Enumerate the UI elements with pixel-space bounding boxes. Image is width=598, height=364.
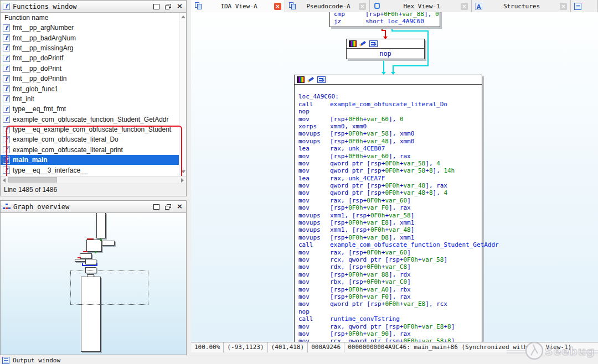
tab-partial[interactable] bbox=[571, 0, 598, 12]
tab-close-icon[interactable]: × bbox=[274, 3, 281, 10]
nop-instruction[interactable]: nop bbox=[347, 49, 424, 59]
function-list-item[interactable]: fexample_com_obfuscate_literal_Do bbox=[1, 134, 179, 144]
asm-instruction[interactable]: cmp[rsp+0F0h+var_88], 0 bbox=[334, 12, 436, 18]
asm-instruction[interactable]: learax, unk_4CEB07 bbox=[298, 145, 478, 152]
asm-instruction[interactable]: loc_4A9C60: bbox=[298, 93, 478, 100]
node-color-icon[interactable] bbox=[297, 76, 305, 83]
graph-node-cmp-jz[interactable]: cmp[rsp+0F0h+var_88], 0jzshort loc_4A9C6… bbox=[329, 12, 440, 27]
minimap-edge-red bbox=[83, 251, 87, 252]
asm-instruction[interactable]: mov[rsp+0F0h+var_90], rax bbox=[298, 330, 478, 337]
asm-instruction[interactable]: movrcx, qword ptr [rsp+0F0h+var_58] bbox=[298, 256, 478, 263]
asm-instruction[interactable]: mov[rsp+0F0h+var_A0], rbx bbox=[298, 286, 478, 293]
scroll-left-icon[interactable] bbox=[3, 178, 6, 183]
asm-instruction[interactable]: movrax, [rsp+0F0h+var_60] bbox=[298, 249, 478, 256]
function-list-item[interactable]: ffmt_glob_func1 bbox=[1, 84, 179, 93]
asm-instruction[interactable]: movrdx, [rsp+0F0h+var_C8] bbox=[298, 263, 478, 271]
asm-instruction[interactable]: movups[rsp+0F0h+var_E8], xmm1 bbox=[298, 219, 478, 226]
asm-instruction[interactable]: movqword ptr [rsp+0F0h+var_58], 4 bbox=[298, 160, 478, 167]
asm-instruction[interactable]: mov[rsp+0F0h+var_60], 0 bbox=[298, 116, 478, 123]
function-list-item[interactable]: ffmt__pp_badArgNum bbox=[1, 33, 179, 43]
scroll-right-icon[interactable] bbox=[181, 178, 184, 183]
function-list-item[interactable]: fmain_main bbox=[1, 155, 179, 165]
asm-instruction[interactable]: mov[rsp+0F0h+var_88], rdx bbox=[298, 271, 478, 278]
tab-ida-view-a[interactable]: IDA View-A× bbox=[191, 0, 285, 12]
asm-instruction[interactable]: mov[rsp+0F0h+var_60], rax bbox=[298, 153, 478, 160]
close-button[interactable]: × bbox=[177, 204, 183, 210]
minimap-viewport[interactable] bbox=[70, 271, 148, 305]
close-button[interactable]: × bbox=[177, 3, 183, 9]
asm-instruction[interactable]: movqword ptr [rsp+0F0h+var_58+8], 14h bbox=[298, 167, 478, 174]
function-name: example_com_obfuscate_function_Student_G… bbox=[13, 116, 169, 123]
graph-view-canvas[interactable]: cmp[rsp+0F0h+var_88], 0jzshort loc_4A9C6… bbox=[191, 12, 598, 342]
function-list-item[interactable]: ffmt_init bbox=[1, 94, 179, 104]
node-group-icon[interactable] bbox=[369, 40, 378, 47]
asm-instruction[interactable]: callexample_com_obfuscate_function_Stude… bbox=[298, 241, 478, 248]
asm-instruction[interactable]: movrbx, [rsp+0F0h+var_C0] bbox=[298, 278, 478, 285]
function-list-item[interactable]: ffmt__pp_argNumber bbox=[1, 23, 179, 33]
node-edit-icon[interactable] bbox=[307, 76, 315, 83]
output-window-titlebar[interactable]: Output window bbox=[0, 356, 598, 364]
tab-structures[interactable]: AStructures× bbox=[472, 0, 571, 12]
function-name-column-header[interactable]: Function name bbox=[1, 13, 186, 23]
asm-instruction[interactable]: nop bbox=[298, 108, 478, 115]
horizontal-scrollbar[interactable] bbox=[1, 176, 186, 184]
tab-label: IDA View-A bbox=[204, 3, 274, 10]
node-color-icon[interactable] bbox=[349, 40, 357, 47]
function-list-item[interactable]: fexample_com_obfuscate_literal_print bbox=[1, 145, 179, 155]
asm-instruction[interactable]: movupsxmm1, [rsp+0F0h+var_48] bbox=[298, 226, 478, 233]
function-list-item[interactable]: ffmt__pp_doPrint bbox=[1, 64, 179, 74]
structures-tab-icon: A bbox=[475, 3, 482, 10]
graph-overview-minimap[interactable] bbox=[1, 213, 186, 355]
maximize-button[interactable] bbox=[153, 4, 159, 9]
float-button[interactable] bbox=[165, 4, 171, 9]
function-icon: f bbox=[3, 24, 10, 32]
asm-instruction[interactable]: movqword ptr [rsp+0F0h+var_E8], rcx bbox=[298, 300, 478, 308]
asm-instruction[interactable]: movrcx, qword ptr [rsp+0F0h+var_58+8] bbox=[298, 337, 478, 342]
asm-instruction[interactable]: xorpsxmm0, xmm0 bbox=[298, 123, 478, 130]
asm-instruction[interactable]: mov[rsp+0F0h+var_F0], rax bbox=[298, 204, 478, 211]
tab-close-icon[interactable]: × bbox=[461, 3, 468, 10]
minimap-block bbox=[75, 259, 86, 262]
tab-hex-view-1[interactable]: Hex View-1× bbox=[370, 0, 472, 12]
function-icon: f bbox=[3, 95, 10, 102]
asm-instruction[interactable]: movqword ptr [rsp+0F0h+var_48+8], 4 bbox=[298, 189, 478, 196]
node-edit-icon[interactable] bbox=[359, 40, 367, 47]
function-list-item[interactable]: ftype__eq_fmt_fmt bbox=[1, 104, 179, 114]
function-list-item[interactable]: ffmt__pp_doPrintf bbox=[1, 53, 179, 63]
asm-instruction[interactable] bbox=[298, 86, 478, 93]
tab-close-icon[interactable]: × bbox=[560, 3, 567, 10]
graph-node-loc-4A9C60[interactable]: loc_4A9C60:callexample_com_obfuscate_lit… bbox=[294, 75, 482, 342]
asm-instruction[interactable]: learax, unk_4CEA7F bbox=[298, 175, 478, 182]
asm-instruction[interactable]: callruntime_convTstring bbox=[298, 315, 478, 323]
asm-instruction[interactable]: movqword ptr [rsp+0F0h+var_48], rax bbox=[298, 182, 478, 189]
asm-instruction[interactable]: movupsxmm1, [rsp+0F0h+var_58] bbox=[298, 212, 478, 219]
asm-instruction[interactable]: jzshort loc_4A9C60 bbox=[334, 18, 436, 25]
asm-instruction[interactable]: movrax, qword ptr [rsp+0F0h+var_E8+8] bbox=[298, 323, 478, 330]
scroll-up-icon[interactable] bbox=[181, 15, 185, 18]
asm-instruction[interactable]: mov[rsp+0F0h+var_F0], rax bbox=[298, 293, 478, 300]
asm-instruction[interactable]: movups[rsp+0F0h+var_48], xmm0 bbox=[298, 138, 478, 145]
scrollbar-thumb[interactable] bbox=[8, 177, 57, 183]
tab-pseudocode-a[interactable]: Pseudocode-A× bbox=[285, 0, 370, 12]
node-group-icon[interactable] bbox=[317, 76, 326, 83]
maximize-button[interactable] bbox=[153, 204, 159, 210]
function-list-item[interactable]: ftype__eq_example_com_obfuscate_function… bbox=[1, 124, 179, 134]
asm-instruction[interactable]: movups[rsp+0F0h+var_58], xmm0 bbox=[298, 130, 478, 137]
minimap-block bbox=[86, 240, 102, 252]
asm-instruction[interactable]: callexample_com_obfuscate_literal_Do bbox=[298, 101, 478, 108]
disassembly-area: IDA View-A×Pseudocode-A×Hex View-1×AStru… bbox=[191, 0, 598, 356]
scroll-down-icon[interactable] bbox=[181, 170, 185, 173]
function-list-item[interactable]: ffmt__pp_doPrintln bbox=[1, 74, 179, 84]
function-list-item[interactable]: fexample_com_obfuscate_function_Student_… bbox=[1, 115, 179, 124]
view-tabbar: IDA View-A×Pseudocode-A×Hex View-1×AStru… bbox=[191, 0, 598, 12]
float-button[interactable] bbox=[165, 204, 171, 210]
function-list-item[interactable]: ftype__eq__3_interface__ bbox=[1, 165, 179, 175]
graph-node-nop[interactable]: nop bbox=[346, 39, 425, 59]
asm-instruction[interactable]: movups[rsp+0F0h+var_D8], xmm1 bbox=[298, 234, 478, 241]
tab-close-icon[interactable]: × bbox=[359, 3, 366, 10]
asm-instruction[interactable]: nop bbox=[298, 308, 478, 315]
asm-instruction[interactable]: movrax, [rsp+0F0h+var_60] bbox=[298, 197, 478, 204]
function-list-item[interactable]: ffmt__pp_missingArg bbox=[1, 43, 179, 53]
vertical-scrollbar[interactable] bbox=[179, 13, 186, 176]
function-icon: f bbox=[3, 65, 10, 72]
